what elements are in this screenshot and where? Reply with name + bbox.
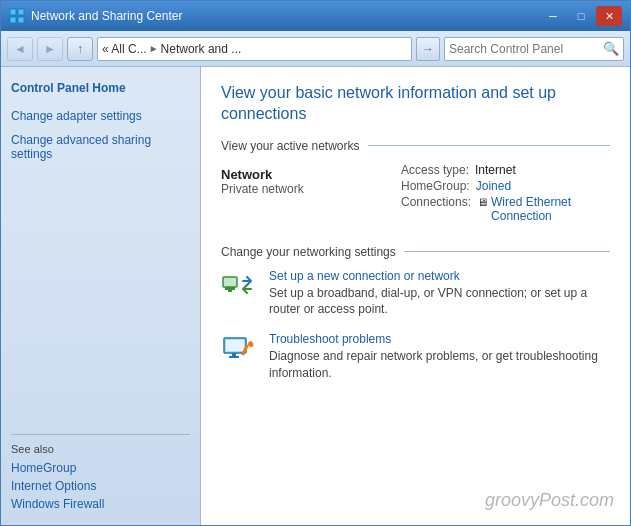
setup-connection-text: Set up a new connection or network Set u… (269, 269, 610, 319)
title-buttons: ─ □ ✕ (540, 6, 622, 26)
troubleshoot-text: Troubleshoot problems Diagnose and repai… (269, 332, 610, 382)
search-input[interactable] (449, 42, 599, 56)
homegroup-row: HomeGroup: Joined (401, 179, 610, 193)
address-crumb: « All C... ► Network and ... (102, 42, 241, 56)
sidebar-see-also: See also HomeGroup Internet Options Wind… (11, 434, 190, 513)
svg-rect-4 (223, 277, 237, 287)
minimize-button[interactable]: ─ (540, 6, 566, 26)
crumb-network: Network and ... (161, 42, 242, 56)
sidebar-item-windows-firewall[interactable]: Windows Firewall (11, 495, 190, 513)
crumb-arrow: ► (149, 43, 159, 54)
svg-rect-8 (226, 340, 244, 351)
window-title: Network and Sharing Center (31, 9, 182, 23)
svg-rect-2 (10, 17, 16, 23)
setup-connection-link[interactable]: Set up a new connection or network (269, 269, 610, 283)
svg-rect-9 (232, 353, 236, 356)
main-content: View your basic network information and … (201, 67, 630, 525)
svg-rect-3 (18, 17, 24, 23)
svg-rect-1 (18, 9, 24, 15)
access-type-label: Access type: (401, 163, 469, 177)
homegroup-value[interactable]: Joined (476, 179, 511, 193)
back-button[interactable]: ◄ (7, 37, 33, 61)
troubleshoot-desc: Diagnose and repair network problems, or… (269, 349, 598, 380)
watermark: groovyPost.com (485, 490, 614, 511)
title-bar-left: Network and Sharing Center (9, 8, 182, 24)
connections-label: Connections: (401, 195, 471, 209)
up-button[interactable]: ↑ (67, 37, 93, 61)
forward-button[interactable]: ► (37, 37, 63, 61)
search-box[interactable]: 🔍 (444, 37, 624, 61)
connection-icon: 🖥 (477, 196, 488, 208)
maximize-button[interactable]: □ (568, 6, 594, 26)
window: Network and Sharing Center ─ □ ✕ ◄ ► ↑ «… (0, 0, 631, 526)
sidebar-item-homegroup[interactable]: HomeGroup (11, 459, 190, 477)
go-button[interactable]: → (416, 37, 440, 61)
see-also-label: See also (11, 443, 190, 455)
search-icon: 🔍 (603, 41, 619, 56)
network-name: Network (221, 167, 401, 182)
troubleshoot-icon (221, 332, 257, 368)
sidebar-main-links: Control Panel Home Change adapter settin… (11, 79, 190, 163)
homegroup-label: HomeGroup: (401, 179, 470, 193)
network-name-block: Network Private network (221, 163, 401, 225)
active-networks-header: View your active networks (221, 139, 610, 153)
title-bar: Network and Sharing Center ─ □ ✕ (1, 1, 630, 31)
change-settings-label: Change your networking settings (221, 245, 396, 259)
crumb-all: « All C... (102, 42, 147, 56)
content-area: Control Panel Home Change adapter settin… (1, 67, 630, 525)
sidebar-item-internet-options[interactable]: Internet Options (11, 477, 190, 495)
toolbar: ◄ ► ↑ « All C... ► Network and ... → 🔍 (1, 31, 630, 67)
setup-connection-icon (221, 269, 257, 305)
change-settings-header: Change your networking settings (221, 245, 610, 259)
sidebar-item-change-adapter[interactable]: Change adapter settings (11, 107, 190, 125)
change-settings-divider (404, 251, 610, 252)
connections-row: Connections: 🖥 Wired Ethernet Connection (401, 195, 610, 223)
close-button[interactable]: ✕ (596, 6, 622, 26)
sidebar: Control Panel Home Change adapter settin… (1, 67, 201, 525)
troubleshoot-item: Troubleshoot problems Diagnose and repai… (221, 332, 610, 382)
setup-connection-item: Set up a new connection or network Set u… (221, 269, 610, 319)
active-networks-divider (368, 145, 610, 146)
active-networks-label: View your active networks (221, 139, 360, 153)
svg-rect-0 (10, 9, 16, 15)
setup-connection-desc: Set up a broadband, dial-up, or VPN conn… (269, 286, 587, 317)
connections-value[interactable]: Wired Ethernet Connection (491, 195, 610, 223)
network-type: Private network (221, 182, 401, 196)
sidebar-item-control-panel-home[interactable]: Control Panel Home (11, 79, 190, 97)
window-icon (9, 8, 25, 24)
access-type-value: Internet (475, 163, 516, 177)
troubleshoot-link[interactable]: Troubleshoot problems (269, 332, 610, 346)
svg-rect-5 (225, 287, 235, 290)
svg-rect-10 (229, 356, 239, 358)
change-settings-section: Set up a new connection or network Set u… (221, 269, 610, 382)
svg-rect-6 (228, 290, 232, 292)
network-details: Access type: Internet HomeGroup: Joined … (401, 163, 610, 225)
sidebar-item-change-advanced[interactable]: Change advanced sharing settings (11, 131, 190, 163)
main-title: View your basic network information and … (221, 83, 610, 125)
address-bar[interactable]: « All C... ► Network and ... (97, 37, 412, 61)
network-info: Network Private network Access type: Int… (221, 163, 610, 225)
access-type-row: Access type: Internet (401, 163, 610, 177)
